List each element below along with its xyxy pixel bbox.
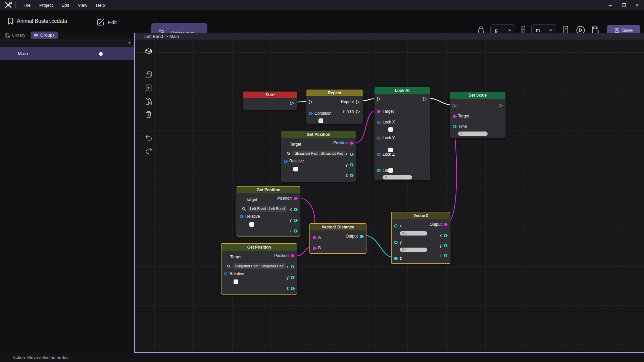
undo-button[interactable] xyxy=(144,133,153,142)
relative-in-port[interactable] xyxy=(284,160,287,163)
condition-checkbox[interactable] xyxy=(318,118,323,123)
y-in-label: y xyxy=(400,240,402,245)
group-item-main[interactable]: Main xyxy=(0,47,134,60)
exec-in-port[interactable]: ▷ xyxy=(309,99,313,104)
target-object-field[interactable]: Slingshot Pad : Slingshot Pad xyxy=(233,263,286,269)
target-in-port[interactable] xyxy=(453,115,456,118)
y-out-port[interactable] xyxy=(350,163,353,166)
y-out-port[interactable] xyxy=(294,219,297,222)
lock-x-in-port[interactable] xyxy=(377,121,380,124)
node-start[interactable]: Start ▷ xyxy=(243,91,297,110)
node-get-position-2-title[interactable]: Get Position xyxy=(237,187,300,193)
node-repeat[interactable]: Repeat ▷ Repeat ▷ Finish ▷ Condition xyxy=(306,89,363,124)
x-out-port[interactable] xyxy=(350,153,353,156)
lock-y-checkbox[interactable] xyxy=(388,148,393,152)
b-in-port[interactable] xyxy=(313,247,316,250)
position-out-port[interactable] xyxy=(350,142,353,145)
node-get-position-1-title[interactable]: Get Position xyxy=(281,131,356,138)
z-out-port[interactable] xyxy=(291,287,294,290)
menu-edit[interactable]: Edit xyxy=(57,1,73,9)
node-vector3-distance-title[interactable]: Vector3 Distance xyxy=(310,224,366,230)
lock-y-in-port[interactable] xyxy=(377,137,380,140)
menu-project[interactable]: Project xyxy=(35,1,57,9)
y-out-label: y xyxy=(290,218,292,222)
menu-separator xyxy=(15,2,16,8)
copy-button[interactable] xyxy=(144,70,153,79)
node-repeat-title[interactable]: Repeat xyxy=(306,90,363,96)
edit-button[interactable]: Edit xyxy=(97,18,117,26)
minimize-button[interactable]: ─ xyxy=(604,0,617,10)
add-group-button[interactable]: + xyxy=(128,39,131,47)
relative-in-port[interactable] xyxy=(224,272,227,275)
position-out-port[interactable] xyxy=(291,254,294,257)
target-object-field[interactable]: Slingshot Pad : Slingshot Pad xyxy=(292,151,346,156)
y-in-port[interactable] xyxy=(394,241,397,244)
y-out-port[interactable] xyxy=(291,276,294,279)
menu-view[interactable]: View xyxy=(73,1,92,9)
a-in-port[interactable] xyxy=(313,236,316,239)
close-button[interactable]: ✕ xyxy=(631,0,644,10)
paste-button[interactable] xyxy=(144,97,153,106)
group-item-label: Main xyxy=(18,51,28,56)
x-input[interactable]: 0.1 xyxy=(400,231,427,236)
node-get-position-3-title[interactable]: Get Position xyxy=(221,244,297,251)
node-vector3[interactable]: Vector3 x Output 0.1 x y y 0 xyxy=(391,212,450,264)
node-look-at-title[interactable]: Look At xyxy=(375,87,430,94)
position-out-port[interactable] xyxy=(294,197,297,200)
redo-button[interactable] xyxy=(144,146,153,155)
sidebar-tab-groups[interactable]: Groups xyxy=(31,32,58,39)
x-out-port[interactable] xyxy=(291,265,294,268)
sidebar-tab-library[interactable]: Library xyxy=(3,32,29,39)
time-in-port[interactable] xyxy=(377,169,380,172)
z-out-port[interactable] xyxy=(350,174,353,177)
exec-out-port[interactable]: ▷ xyxy=(423,96,427,101)
exec-out-port[interactable]: ▷ xyxy=(290,100,294,105)
output-out-port[interactable] xyxy=(360,235,363,238)
node-set-scale[interactable]: Set Scale ▷ ▷ Target Time 0 xyxy=(450,92,506,138)
x-out-port[interactable] xyxy=(294,208,297,211)
menu-file[interactable]: File xyxy=(19,1,35,9)
restore-button[interactable]: ❐ xyxy=(617,0,631,10)
exec-in-port[interactable]: ▷ xyxy=(377,96,381,101)
target-object-field[interactable]: Left Band : Left Band xyxy=(248,206,287,212)
exec-in-port[interactable]: ▷ xyxy=(453,103,457,108)
relative-checkbox[interactable] xyxy=(234,279,238,284)
node-start-title[interactable]: Start xyxy=(243,92,297,98)
y-input[interactable]: 0.1 xyxy=(400,248,427,252)
z-out-port[interactable] xyxy=(444,254,447,257)
time-in-port[interactable] xyxy=(453,125,456,128)
node-get-position-1[interactable]: Get Position Target Position Slingshot P… xyxy=(281,131,356,182)
relative-checkbox[interactable] xyxy=(293,167,298,171)
time-input[interactable]: 0 xyxy=(458,132,488,136)
menu-help[interactable]: Help xyxy=(92,1,109,9)
node-graph-canvas[interactable]: Left Band -> Main xyxy=(134,33,644,353)
delete-button[interactable] xyxy=(144,110,153,119)
lock-x-checkbox[interactable] xyxy=(388,127,393,132)
output-out-port[interactable] xyxy=(444,223,447,226)
target-label: Target xyxy=(458,114,469,118)
x-out-port[interactable] xyxy=(444,234,447,237)
node-look-at[interactable]: Look At ▷ ▷ Target Lock X Lock Y Lock Z xyxy=(374,87,430,180)
target-in-port[interactable] xyxy=(377,110,380,113)
z-in-port[interactable] xyxy=(394,257,397,260)
lock-z-in-port[interactable] xyxy=(377,153,380,156)
node-set-scale-title[interactable]: Set Scale xyxy=(450,92,505,99)
condition-in-port[interactable] xyxy=(309,112,312,115)
repeat-exec-out-port[interactable]: ▷ xyxy=(356,99,360,104)
node-get-position-2[interactable]: Get Position Target Position Left Band :… xyxy=(237,186,300,237)
x-in-port[interactable] xyxy=(394,224,397,227)
time-input[interactable]: 0 xyxy=(383,175,412,179)
node-vector3-title[interactable]: Vector3 xyxy=(392,212,450,219)
exec-out-port[interactable]: ▷ xyxy=(499,103,503,108)
y-out-port[interactable] xyxy=(444,244,447,247)
node-get-position-3[interactable]: Get Position Target Position Slingshot P… xyxy=(221,243,297,295)
node-vector3-distance[interactable]: Vector3 Distance A Output B xyxy=(309,223,366,254)
node-palette-button[interactable] xyxy=(144,47,153,56)
z-out-port[interactable] xyxy=(294,229,297,232)
relative-in-port[interactable] xyxy=(240,215,243,218)
add-file-button[interactable] xyxy=(144,84,153,92)
relative-label: Relative xyxy=(245,214,260,219)
relative-checkbox[interactable] xyxy=(249,222,254,227)
finish-exec-out-port[interactable]: ▷ xyxy=(356,109,360,114)
chevron-down-icon xyxy=(549,29,552,32)
